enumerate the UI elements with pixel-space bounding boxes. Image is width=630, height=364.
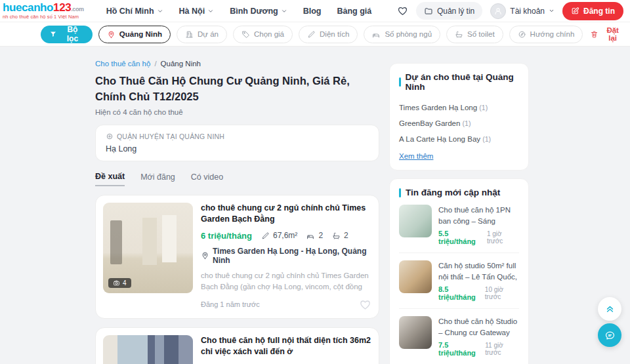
avatar — [490, 3, 506, 19]
pencil-icon — [261, 232, 270, 240]
post-price: 7.5 triệu/tháng — [438, 341, 485, 357]
breadcrumb-separator: / — [154, 60, 156, 68]
compass-icon — [518, 30, 526, 39]
chevron-down-icon — [157, 8, 163, 14]
results-count: Hiện có 4 căn hộ cho thuê — [95, 108, 379, 116]
post-time: 1 giờ trước — [487, 230, 519, 245]
pen-icon — [571, 7, 579, 15]
trash-icon — [590, 30, 598, 39]
nav-item-bang-gia[interactable]: Bảng giá — [337, 7, 371, 16]
favorite-button[interactable] — [359, 298, 371, 311]
pin-icon — [201, 251, 209, 260]
listing-bathrooms: 2 — [332, 231, 348, 240]
listing-title: cho thuê chung cư 2 ngủ chính chủ Times … — [201, 203, 371, 226]
chevron-down-icon — [549, 8, 555, 14]
chat-icon — [604, 330, 616, 341]
project-link[interactable]: GreenBay Garden (1) — [399, 115, 519, 131]
tab-has-video[interactable]: Có video — [191, 172, 223, 186]
sidebar: Dự án cho thuê tại Quảng Ninh Times Gard… — [389, 63, 529, 364]
post-time: 11 giờ trước — [485, 342, 519, 356]
camera-icon — [113, 279, 120, 287]
scroll-to-top-button[interactable] — [598, 297, 621, 321]
bed-icon — [372, 30, 381, 39]
projects-box-title: Dự án cho thuê tại Quảng Ninh — [406, 72, 519, 92]
project-count: (1) — [482, 135, 491, 143]
filter-pill-toilets[interactable]: Số toilet — [446, 26, 503, 43]
logo-text: huecanho — [3, 1, 53, 14]
filter-pill-project[interactable]: Dự án — [177, 26, 227, 43]
main-nav: Hồ Chí Minh Hà Nội Bình Dương Blog Bảng … — [106, 7, 372, 16]
nav-item-ho-chi-minh[interactable]: Hồ Chí Minh — [106, 7, 163, 16]
post-thumbnail — [399, 316, 432, 349]
listing-card[interactable]: Cho thuê căn hộ full nội thất diện tích … — [95, 327, 379, 364]
folder-icon — [424, 7, 433, 16]
district-link[interactable]: Hạ Long — [106, 144, 369, 153]
listing-posted-time: Đăng 1 năm trước — [201, 300, 260, 308]
breadcrumb-current: Quảng Ninh — [161, 60, 201, 68]
accent-bar — [399, 77, 401, 87]
filter-pill-province[interactable]: Quảng Ninh — [98, 26, 171, 43]
logo-tagline: nh cho thuê căn hộ số 1 Việt Nam — [3, 14, 84, 20]
favorites-button[interactable] — [397, 5, 408, 16]
filter-pill-price[interactable]: Chọn giá — [233, 26, 293, 43]
breadcrumb-root-link[interactable]: Cho thuê căn hộ — [95, 60, 150, 68]
project-count: (1) — [463, 119, 471, 127]
header-actions: Quản lý tin Tài khoản Đăng tin — [397, 2, 623, 20]
logo-domain: .com — [71, 6, 83, 12]
page-title: Cho Thuê Căn Hộ Chung Cư Quảng Ninh, Giá… — [95, 73, 379, 105]
project-count: (1) — [479, 104, 488, 111]
page: huecanho123.com nh cho thuê căn hộ số 1 … — [0, 0, 630, 364]
post-price: 5.5 triệu/tháng — [438, 230, 487, 245]
nav-item-blog[interactable]: Blog — [303, 7, 322, 16]
project-link[interactable]: A La Carte Hạ Long Bay (1) — [399, 131, 519, 147]
room-photo — [103, 335, 193, 364]
tag-icon — [242, 30, 250, 39]
post-price: 8.5 triệu/tháng — [438, 285, 485, 301]
listings-column: Cho thuê căn hộ / Quảng Ninh Cho Thuê Că… — [95, 47, 379, 364]
recent-posts-title: Tin đăng mới cập nhật — [406, 188, 500, 197]
manage-posts-button[interactable]: Quản lý tin — [416, 2, 482, 20]
filter-pill-area[interactable]: Diện tích — [299, 26, 358, 43]
post-thumbnail — [399, 260, 432, 293]
site-logo[interactable]: huecanho123.com nh cho thuê căn hộ số 1 … — [3, 2, 84, 20]
listing-card[interactable]: 4 cho thuê chung cư 2 ngủ chính chủ Time… — [95, 195, 379, 319]
chevrons-up-icon — [604, 304, 616, 315]
bath-icon — [455, 30, 463, 39]
content-area: Cho thuê căn hộ / Quảng Ninh Cho Thuê Că… — [0, 47, 630, 364]
see-more-link[interactable]: Xem thêm — [399, 152, 433, 160]
projects-box: Dự án cho thuê tại Quảng Ninh Times Gard… — [389, 63, 529, 171]
filter-pill-direction[interactable]: Hướng chính — [509, 26, 583, 43]
heart-icon — [397, 5, 408, 16]
chat-button[interactable] — [598, 323, 621, 347]
recent-posts-box: Tin đăng mới cập nhật Cho thuê căn hộ 1P… — [389, 178, 529, 364]
listing-bedrooms: 2 — [306, 231, 323, 240]
chevron-down-icon — [207, 8, 214, 14]
reset-filters-button[interactable]: Đặt lại — [590, 26, 623, 42]
project-link[interactable]: Times Garden Hạ Long (1) — [399, 100, 519, 115]
listing-title: Cho thuê căn hộ full nội thất diện tích … — [201, 335, 371, 358]
recent-post-item[interactable]: Cho thuê căn hộ Studio – Chung cư Gatewa… — [399, 309, 519, 364]
nav-item-binh-duong[interactable]: Bình Dương — [230, 7, 287, 16]
nav-item-ha-noi[interactable]: Hà Nội — [179, 7, 215, 16]
circle-dot-icon — [106, 132, 114, 140]
user-icon — [494, 7, 503, 16]
recent-post-item[interactable]: Cho thuê căn hộ 1PN ban công – Sáng thoá… — [399, 197, 519, 253]
post-listing-button[interactable]: Đăng tin — [562, 2, 623, 20]
tab-newest[interactable]: Mới đăng — [140, 172, 175, 186]
tab-suggested[interactable]: Đề xuất — [95, 172, 125, 186]
pencil-icon — [307, 30, 316, 39]
chevron-down-icon — [281, 8, 287, 14]
account-menu[interactable]: Tài khoản — [490, 3, 555, 19]
listing-photo: 4 — [103, 203, 193, 293]
recent-post-item[interactable]: Căn hộ studio 50m² full nội thất – Lê Tấ… — [399, 253, 519, 309]
listing-location: Times Garden Hạ Long - Hạ Long, Quảng Ni… — [201, 247, 371, 265]
breadcrumb: Cho thuê căn hộ / Quảng Ninh — [95, 60, 379, 68]
logo-number: 123 — [53, 1, 71, 14]
listing-photo — [103, 335, 193, 364]
top-header: huecanho123.com nh cho thuê căn hộ số 1 … — [0, 0, 630, 22]
district-label: QUẬN HUYỆN TẠI QUẢNG NINH — [106, 132, 369, 140]
filter-button[interactable]: Bộ lọc — [41, 26, 93, 43]
pin-icon — [107, 30, 116, 39]
filter-pill-bedrooms[interactable]: Số phòng ngủ — [364, 26, 440, 43]
heart-icon — [359, 298, 371, 311]
